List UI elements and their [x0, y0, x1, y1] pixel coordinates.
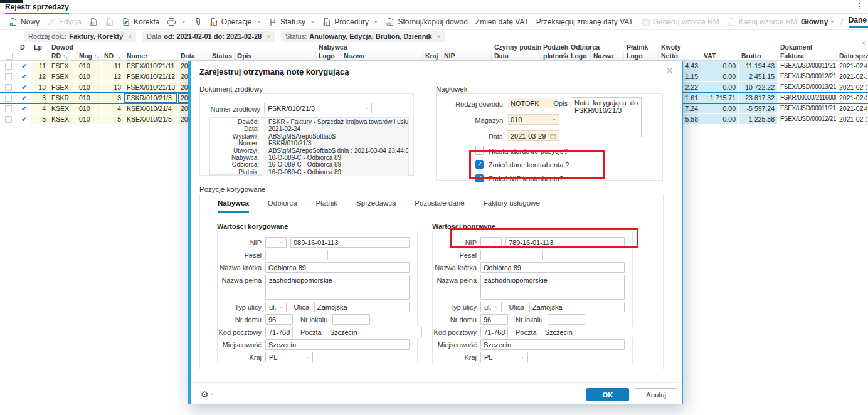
- poczta-input[interactable]: [542, 327, 637, 337]
- tab-odbiorca[interactable]: Odbiorca: [268, 199, 297, 213]
- view-glowny-dropdown[interactable]: Główny: [801, 18, 835, 26]
- nr-domu-input[interactable]: [480, 314, 508, 325]
- generate-rm-button[interactable]: Generuj wzorce RM: [637, 15, 723, 29]
- new-button[interactable]: Nowy: [5, 15, 43, 29]
- ok-button[interactable]: OK: [586, 388, 629, 401]
- filter-chip-data[interactable]: Data od: 2021-02-01 do: 2021-02-28 ×: [142, 31, 275, 42]
- close-icon[interactable]: ×: [667, 65, 672, 76]
- filter-chip-status[interactable]: Status: Anulowany, Edycja, Brulion, Dzie…: [281, 31, 445, 42]
- attachment-button[interactable]: [190, 15, 206, 29]
- filter-chip-rodzaj[interactable]: Rodzaj dok.: Faktury, Korekty ×: [24, 31, 136, 42]
- miejscowosc-input[interactable]: [265, 339, 410, 350]
- toolbar-right-group: Główny / Dane podstawowe Dodatkowe ⚙: [801, 16, 868, 28]
- correction-button[interactable]: Korekta: [118, 15, 163, 29]
- typ-ulicy-select[interactable]: ul.: [265, 302, 287, 312]
- row-select-checkbox[interactable]: [0, 71, 18, 82]
- col-header-platnosc[interactable]: płatność: [541, 51, 568, 60]
- col-header-nazwa[interactable]: Nazwa: [341, 51, 423, 60]
- nr-lokalu-input[interactable]: [332, 314, 370, 325]
- kraj-select[interactable]: PL: [480, 352, 528, 362]
- remove-filter-icon[interactable]: ×: [267, 33, 270, 40]
- tab-rejestr-sprzedazy[interactable]: Rejestr sprzedaży: [5, 3, 69, 14]
- more-options-icon[interactable]: ⋮: [855, 1, 864, 11]
- magazyn-select[interactable]: 010: [507, 114, 559, 125]
- delete-document-button[interactable]: [102, 15, 118, 29]
- tab-faktury-uslugowe[interactable]: Faktury usługowe: [484, 199, 540, 213]
- nazwa-krotka-input[interactable]: [265, 262, 410, 273]
- nip-prefix-select[interactable]: [265, 237, 287, 248]
- tab-platnik[interactable]: Płatnik: [316, 199, 338, 213]
- edit-button[interactable]: Edycja: [43, 15, 85, 29]
- remove-filter-icon[interactable]: ×: [437, 33, 441, 40]
- copy-document-button[interactable]: [85, 15, 102, 29]
- nr-domu-input[interactable]: [265, 314, 293, 325]
- dialog-settings-gear[interactable]: ⚙: [201, 389, 215, 399]
- col-header-status[interactable]: Status: [209, 51, 235, 60]
- section-pozycje-korygowane: Pozycje korygowane: [199, 186, 265, 193]
- collapse-panel-icon[interactable]: <: [862, 39, 865, 46]
- source-number-select[interactable]: FSKR/010/21/3: [264, 103, 372, 113]
- operations-button[interactable]: Operacje: [206, 15, 265, 29]
- col-header-nip[interactable]: NIP: [442, 51, 492, 60]
- opis-textarea[interactable]: Nota korygująca do FSKR/010/21/3: [571, 97, 642, 137]
- nazwa-krotka-input[interactable]: [480, 262, 625, 273]
- tab-sprzedawca[interactable]: Sprzedawca: [356, 199, 396, 213]
- col-header-vat-data[interactable]: Data: [492, 51, 541, 60]
- ulica-input[interactable]: [529, 302, 625, 312]
- col-header-brutto[interactable]: Brutto: [739, 51, 778, 60]
- rodzaj-dowodu-select[interactable]: NOTOFK: [507, 98, 559, 108]
- tab-dane-podstawowe[interactable]: Dane podstawowe: [849, 16, 868, 28]
- tab-pozostale-dane[interactable]: Pozostałe dane: [415, 199, 464, 213]
- highlight-red-box-nip: [450, 228, 638, 248]
- select-all-checkbox[interactable]: [0, 51, 18, 60]
- col-header-data[interactable]: Data: [178, 51, 209, 60]
- data-date-input[interactable]: 2021-03-29: [507, 130, 559, 141]
- col-header-rd[interactable]: RD ↑1: [49, 51, 77, 60]
- pesel-input[interactable]: [480, 250, 543, 260]
- change-vat-date-button[interactable]: Zmień datę VAT: [472, 15, 532, 29]
- kod-pocztowy-input[interactable]: [265, 327, 293, 337]
- row-select-checkbox[interactable]: [0, 103, 18, 114]
- col-header-data-sprz[interactable]: Data sprz.: [837, 51, 868, 60]
- kod-pocztowy-input[interactable]: [480, 327, 508, 337]
- nazwa-pelna-textarea[interactable]: zachodniopomorskie: [480, 275, 625, 300]
- poczta-input[interactable]: [327, 327, 422, 337]
- col-header-nd[interactable]: ND ↑3: [102, 51, 124, 60]
- nazwa-pelna-textarea[interactable]: zachodniopomorskie: [265, 275, 410, 300]
- repost-vat-date-button[interactable]: Przeksięguj zmianę daty VAT: [532, 15, 637, 29]
- miejscowosc-input[interactable]: [480, 339, 625, 350]
- row-select-checkbox[interactable]: [0, 61, 18, 71]
- row-select-checkbox[interactable]: [0, 82, 18, 93]
- procedures-button[interactable]: Procedury: [319, 15, 382, 29]
- document-copy-icon: [89, 18, 98, 26]
- pesel-input[interactable]: [265, 250, 328, 260]
- col-header-opis[interactable]: Opis: [235, 51, 316, 60]
- col-header-faktura[interactable]: Faktura: [778, 51, 837, 60]
- nr-lokalu-input[interactable]: [548, 314, 585, 325]
- storno-copy-button[interactable]: Stornuj/kopiuj dowód: [382, 15, 471, 29]
- calendar-icon: [550, 133, 556, 139]
- print-button[interactable]: [163, 15, 189, 29]
- col-header-numer[interactable]: Numer: [124, 51, 178, 60]
- row-select-checkbox[interactable]: [0, 93, 18, 103]
- nip-input[interactable]: [290, 237, 410, 248]
- sort-asc-icon: ↑3: [115, 53, 120, 60]
- col-header-kraj[interactable]: Kraj: [423, 51, 442, 60]
- col-header-mag[interactable]: Mag ↑2: [77, 51, 102, 60]
- statuses-button[interactable]: Statusy: [265, 15, 319, 29]
- col-header-logo[interactable]: Logo: [316, 51, 341, 60]
- tab-nabywca[interactable]: Nabywca: [218, 199, 249, 213]
- kraj-select[interactable]: PL: [265, 352, 313, 362]
- typ-ulicy-select[interactable]: ul.: [480, 302, 502, 312]
- row-select-checkbox[interactable]: [0, 114, 18, 125]
- cancel-button[interactable]: Anuluj: [635, 388, 677, 401]
- delete-rm-button[interactable]: Kasuj wzorce RM: [723, 15, 801, 29]
- window-tab-bar: Rejestr sprzedaży ⋮: [0, 0, 868, 14]
- col-header-platnik-logo[interactable]: Logo: [624, 51, 659, 60]
- remove-filter-icon[interactable]: ×: [128, 33, 132, 40]
- ulica-input[interactable]: [314, 302, 410, 312]
- col-header-vat[interactable]: VAT: [701, 51, 739, 60]
- col-header-odb-nazwa[interactable]: Nazwa: [591, 51, 624, 60]
- col-header-netto[interactable]: Netto: [659, 51, 701, 60]
- col-header-odb-logo[interactable]: Logo: [568, 51, 591, 60]
